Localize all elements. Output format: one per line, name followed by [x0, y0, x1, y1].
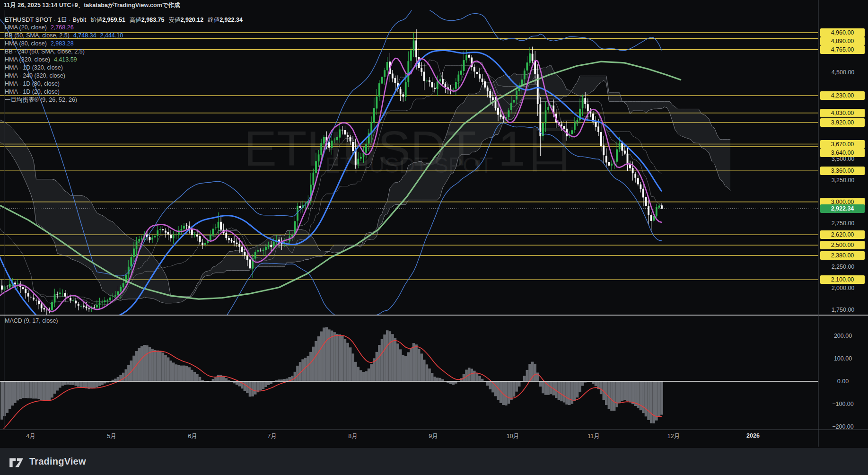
ohlc-value: 2,983.75: [141, 17, 165, 23]
indicator-legend-row[interactable]: HMA · 1D (80, close): [5, 80, 243, 88]
time-axis-label[interactable]: 7月: [267, 432, 276, 440]
indicator-legend-row[interactable]: BB (50, SMA, close, 2.5)4,748.342,444.10: [5, 32, 243, 40]
price-tick-label[interactable]: 2,250.00: [821, 263, 865, 271]
indicator-value: 2,444.10: [100, 32, 123, 39]
indicator-value: 2,768.26: [51, 24, 74, 31]
time-axis-label[interactable]: 6月: [188, 432, 197, 440]
time-axis-label[interactable]: 12月: [667, 432, 680, 440]
price-tick-label[interactable]: 2,750.00: [821, 219, 865, 228]
time-axis-label[interactable]: 11月: [587, 432, 599, 440]
indicator-label[interactable]: BB (50, SMA, close, 2.5): [5, 32, 70, 39]
price-level-label[interactable]: 4,030.00: [820, 109, 865, 117]
chart-attribution: 11月 26, 2025 13:14 UTC+9、takatabaがTradin…: [4, 1, 180, 9]
indicator-label[interactable]: BB · 240 (50, SMA, close, 2.5): [5, 48, 85, 55]
price-level-label[interactable]: 4,960.00: [820, 28, 865, 37]
price-level-label[interactable]: 3,360.00: [820, 167, 865, 175]
macd-indicator-label[interactable]: MACD (9, 17, close): [5, 317, 58, 324]
price-level-label[interactable]: 2,100.00: [820, 275, 865, 284]
price-level-label[interactable]: 2,380.00: [820, 251, 865, 260]
price-tick-label[interactable]: 2,000.00: [821, 284, 865, 292]
footer-bar: TradingView: [0, 447, 868, 475]
tradingview-logo-icon[interactable]: [9, 456, 25, 468]
price-level-label[interactable]: 3,640.00: [820, 149, 865, 157]
indicator-legend-row[interactable]: 一目均衡表® (9, 26, 52, 26): [5, 96, 243, 104]
ohlc-label: 高値: [130, 17, 141, 23]
ohlc-value: 2,920.12: [181, 17, 204, 23]
price-level-label[interactable]: 4,230.00: [820, 91, 865, 100]
indicator-legend-row[interactable]: HMA (80, close)2,983.28: [5, 40, 243, 48]
indicator-rows: HMA (20, close)2,768.26BB (50, SMA, clos…: [5, 24, 243, 104]
time-axis-label[interactable]: 4月: [26, 432, 35, 440]
macd-tick-label[interactable]: 200.00: [821, 332, 865, 340]
ohlc-values: 始値2,959.51高値2,983.75安値2,920.12終値2,922.34: [86, 17, 243, 23]
price-level-label[interactable]: 2,500.00: [820, 241, 865, 249]
indicator-legend-row[interactable]: HMA (320, close)4,413.59: [5, 56, 243, 64]
price-tick-label[interactable]: 4,500.00: [821, 68, 865, 77]
last-price-label[interactable]: 2,922.34: [820, 204, 865, 213]
indicator-label[interactable]: HMA · 1D (20, close): [5, 88, 60, 95]
time-axis-label[interactable]: 2026: [746, 432, 760, 439]
time-axis-label[interactable]: 8月: [348, 432, 357, 440]
indicator-value: 4,748.34: [73, 32, 96, 39]
ohlc-label: 終値: [208, 17, 219, 23]
indicator-legend-row[interactable]: HMA · 240 (320, close): [5, 72, 243, 80]
indicator-value: 4,413.59: [54, 56, 77, 63]
macd-tick-label[interactable]: −100.00: [821, 400, 865, 408]
indicator-label[interactable]: HMA (80, close): [5, 40, 47, 47]
tradingview-chart-window: 11月 26, 2025 13:14 UTC+9、takatabaがTradin…: [0, 0, 868, 475]
indicator-label[interactable]: 一目均衡表® (9, 26, 52, 26): [5, 97, 77, 103]
indicator-label[interactable]: HMA (20, close): [5, 24, 47, 31]
symbol-title[interactable]: ETHUSDT SPOT · 1日 · Bybit: [5, 16, 86, 23]
price-level-label[interactable]: 4,765.00: [820, 45, 865, 54]
price-tick-label[interactable]: 1,750.00: [821, 306, 865, 314]
ohlc-label: 始値: [90, 17, 102, 23]
indicator-legend: ETHUSDT SPOT · 1日 · Bybit始値2,959.51高値2,9…: [5, 16, 243, 104]
indicator-label[interactable]: HMA · 1D (320, close): [5, 64, 63, 71]
time-axis-label[interactable]: 5月: [107, 432, 116, 440]
price-level-label[interactable]: 2,620.00: [820, 230, 865, 239]
macd-tick-label[interactable]: 0.00: [821, 377, 865, 386]
price-level-label[interactable]: 3,920.00: [820, 118, 865, 127]
ohlc-value: 2,959.51: [102, 17, 125, 23]
indicator-legend-row[interactable]: HMA (20, close)2,768.26: [5, 24, 243, 32]
symbol-legend-row[interactable]: ETHUSDT SPOT · 1日 · Bybit始値2,959.51高値2,9…: [5, 16, 243, 24]
indicator-legend-row[interactable]: HMA · 1D (320, close): [5, 64, 243, 72]
price-level-label[interactable]: 3,670.00: [820, 140, 865, 149]
macd-tick-label[interactable]: 100.00: [821, 354, 865, 363]
ohlc-value: 2,922.34: [219, 17, 243, 23]
price-level-label[interactable]: 4,890.00: [820, 37, 865, 45]
ohlc-label: 安値: [169, 17, 181, 23]
macd-tick-label[interactable]: −200.00: [821, 422, 865, 431]
price-tick-label[interactable]: 3,250.00: [821, 176, 865, 185]
tradingview-brand-text[interactable]: TradingView: [29, 456, 86, 467]
indicator-legend-row[interactable]: HMA · 1D (20, close): [5, 88, 243, 96]
indicator-label[interactable]: HMA (320, close): [5, 56, 50, 63]
indicator-legend-row[interactable]: BB · 240 (50, SMA, close, 2.5): [5, 48, 243, 56]
indicator-label[interactable]: HMA · 1D (80, close): [5, 80, 60, 87]
time-axis-label[interactable]: 10月: [507, 432, 519, 440]
indicator-label[interactable]: HMA · 240 (320, close): [5, 72, 65, 79]
time-axis-label[interactable]: 9月: [429, 432, 438, 440]
indicator-value: 2,983.28: [51, 40, 74, 47]
